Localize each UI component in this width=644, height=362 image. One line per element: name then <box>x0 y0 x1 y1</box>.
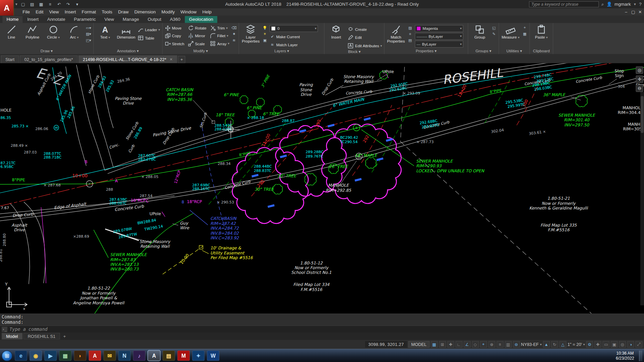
ribbon-tab-view[interactable]: View <box>100 16 118 23</box>
trim-button[interactable]: Trim▾ <box>210 24 229 32</box>
copy-button[interactable]: Copy <box>165 32 184 40</box>
file-tab[interactable]: 21498-ROSEHILL-AL...T-GROVE_4-18-22*✕ <box>78 55 177 63</box>
text-button[interactable]: A Text ▾ <box>96 24 114 40</box>
panel-title-groups[interactable]: Groups ▾ <box>468 48 499 54</box>
nav-wheel-icon[interactable]: ◎ <box>636 66 643 74</box>
match-properties-button[interactable]: Match Properties <box>386 24 405 44</box>
save-icon[interactable]: ▦ <box>38 1 45 7</box>
grid-icon[interactable]: ▦ <box>431 341 438 348</box>
menu-dimension[interactable]: Dimension <box>131 9 159 15</box>
menu-tools[interactable]: Tools <box>99 9 115 15</box>
layer-on-bulb-icon[interactable]: 💡 <box>262 25 268 31</box>
panel-title-block[interactable]: Block ▾ <box>325 49 384 54</box>
lineweight-icon[interactable]: ≡ <box>496 341 503 348</box>
annotation-scale-button[interactable]: 1" = 20'▾ <box>568 342 585 347</box>
layer-freeze-sun-icon[interactable]: ☀ <box>262 31 268 37</box>
graphics-performance-icon[interactable]: ◑ <box>627 341 634 348</box>
start-button[interactable]: ⊞ <box>2 350 12 361</box>
file-tab[interactable]: Start <box>1 55 19 63</box>
close-tab-icon[interactable]: ✕ <box>169 57 172 61</box>
app-menu-caret-icon[interactable]: ▼ <box>15 2 18 6</box>
fillet-button[interactable]: Fillet▾ <box>210 32 229 40</box>
show-desktop-button[interactable] <box>639 350 642 361</box>
ribbon-tab-manage[interactable]: Manage <box>119 16 143 23</box>
isolate-objects-icon[interactable]: ◎ <box>619 341 626 348</box>
isodraft-icon[interactable]: ◇ <box>472 341 479 348</box>
erase-tool-icon[interactable]: ⌫ <box>231 25 237 31</box>
pan-icon[interactable]: ✛ <box>636 75 643 83</box>
stretch-button[interactable]: Stretch <box>165 40 184 47</box>
ribbon-tab-annotate[interactable]: Annotate <box>43 16 69 23</box>
file-tab[interactable]: 02_to_15_plans_profiles* <box>20 55 77 63</box>
layer-select-combo[interactable]: 0 ▾ <box>270 25 318 32</box>
leader-button[interactable]: Leader▾ <box>138 26 160 33</box>
workspace-gear-icon[interactable]: ⚙ <box>586 341 593 348</box>
firefox-icon[interactable]: ◗ <box>74 351 86 361</box>
new-file-icon[interactable]: ▢ <box>20 1 26 7</box>
measure-button[interactable]: Measure ▾ <box>501 24 520 40</box>
ribbon-tab-a360[interactable]: A360 <box>166 16 184 23</box>
qat-menu-icon[interactable]: ▾ <box>74 1 80 7</box>
array-button[interactable]: Array▾ <box>210 40 229 47</box>
menu-draw[interactable]: Draw <box>115 9 131 15</box>
menu-file[interactable]: File <box>20 9 33 15</box>
menu-format[interactable]: Format <box>79 9 99 15</box>
ortho-icon[interactable]: ∟ <box>455 341 462 348</box>
linetype-combo[interactable]: ——— ByLayer ▾ <box>415 33 463 40</box>
menu-edit[interactable]: Edit <box>33 9 46 15</box>
dimension-button[interactable]: Dimension <box>117 24 136 40</box>
ribbon-tab-home[interactable]: Home <box>2 16 22 23</box>
autocad-icon[interactable]: A <box>148 351 160 361</box>
clean-screen-icon[interactable]: ⤢ <box>635 341 642 348</box>
vertical-scrollbar[interactable] <box>640 92 644 305</box>
properties-list-icon[interactable]: ≡ <box>408 31 413 37</box>
signed-in-user[interactable]: mgmark <box>614 2 631 7</box>
make-current-button[interactable]: ✔Make Current <box>270 33 322 40</box>
annotation-scale-icon[interactable]: △ <box>559 341 566 348</box>
mirror-button[interactable]: Mirror <box>187 32 206 40</box>
line-button[interactable]: Line <box>2 24 21 40</box>
group-edit-icon[interactable]: ✎ <box>491 31 497 37</box>
region-tool-icon[interactable]: ◰▾ <box>86 37 91 43</box>
minimize-button[interactable]: – <box>623 9 629 15</box>
app-icon-2[interactable]: ✉ <box>104 351 116 361</box>
ribbon-tab-insert[interactable]: Insert <box>23 16 43 23</box>
open-icon[interactable]: ▤ <box>29 1 36 7</box>
snap-icon[interactable]: ⊞ <box>439 341 446 348</box>
infer-constraints-icon[interactable]: ✚ <box>447 341 454 348</box>
edit-attributes-button[interactable]: Edit Attributes▾ <box>347 42 382 49</box>
match-layer-button[interactable]: ≋Match Layer <box>270 41 322 48</box>
panel-title-modify[interactable]: Modify ▾ <box>162 48 239 54</box>
annotation-autoscale-icon[interactable]: ↻ <box>551 341 558 348</box>
search-binoculars-icon[interactable]: ⌕ <box>601 1 604 7</box>
annotation-monitor-icon[interactable]: ✚ <box>594 341 601 348</box>
word-icon[interactable]: W <box>207 351 219 361</box>
rotate-button[interactable]: Rotate <box>187 24 206 32</box>
chrome-icon[interactable]: ◉ <box>30 351 42 361</box>
offset-tool-icon[interactable]: ≋ <box>231 37 237 43</box>
layer-lock-icon[interactable]: ▣ <box>262 37 268 43</box>
coordinate-system-button[interactable]: ⊚ NY83-EF▾ <box>513 341 542 348</box>
menu-view[interactable]: View <box>46 9 62 15</box>
polar-tracking-icon[interactable]: ∠ <box>464 341 471 348</box>
menu-window[interactable]: Window <box>178 9 200 15</box>
compass-browser-icon[interactable]: ✦ <box>192 351 205 361</box>
layer-properties-button[interactable]: Layer Properties <box>241 24 260 44</box>
hatch-tool-icon[interactable]: ▨▾ <box>86 31 91 37</box>
properties-layer-icon[interactable]: ▤ <box>408 37 413 43</box>
internet-explorer-icon[interactable]: e <box>15 351 27 361</box>
properties-painter-icon[interactable]: ▨ <box>408 25 413 31</box>
panel-title-utilities[interactable]: Utilities ▾ <box>499 48 530 54</box>
acrobat-icon[interactable]: A <box>89 351 101 361</box>
ribbon-tab-parametric[interactable]: Parametric <box>70 16 100 23</box>
layout-tab-rosehill-s1[interactable]: ROSEHILL S1 <box>23 333 60 340</box>
plot-icon[interactable]: ≡ <box>47 1 54 7</box>
redo-icon[interactable]: ↷ <box>65 1 71 7</box>
group-button[interactable]: Group <box>470 24 489 40</box>
panel-title-properties[interactable]: Properties ▾ <box>384 48 468 54</box>
close-button[interactable]: ✕ <box>637 9 643 15</box>
insert-block-button[interactable]: Insert <box>327 24 345 40</box>
app-icon-4[interactable]: ♪ <box>133 351 146 361</box>
help-icon[interactable]: ? <box>639 2 642 7</box>
panel-title-annotation[interactable]: Annotation ▾ <box>94 48 162 54</box>
